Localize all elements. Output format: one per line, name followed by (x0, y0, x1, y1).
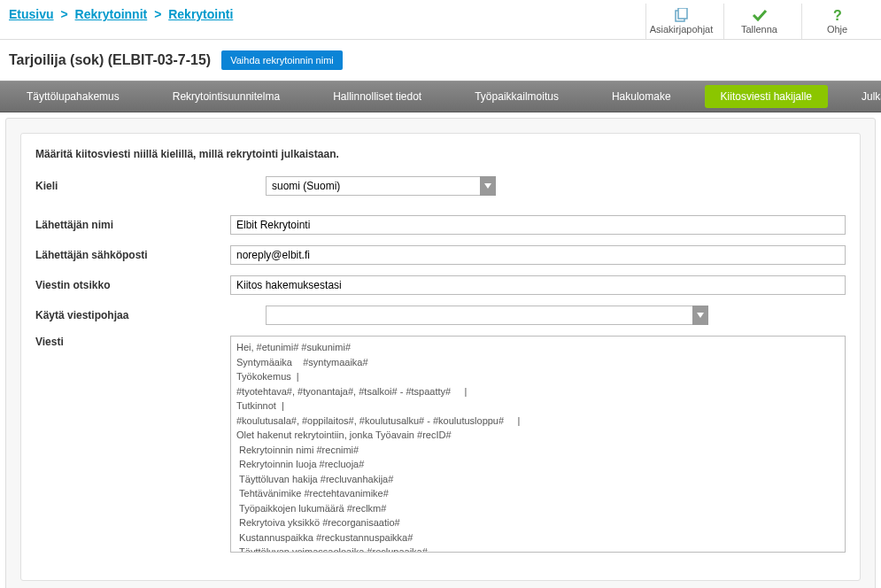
row-sender-email: Lähettäjän sähköposti (35, 245, 846, 265)
label-language: Kieli (35, 180, 266, 192)
body-textarea[interactable] (230, 336, 846, 553)
check-icon (752, 8, 768, 22)
row-template: Käytä viestipohjaa (35, 306, 846, 325)
content-area: Määritä kiitosviesti niillä kielillä, mi… (5, 118, 876, 588)
sender-email-input[interactable] (230, 245, 846, 265)
row-subject: Viestin otsikko (35, 275, 846, 295)
breadcrumb-sep: > (60, 7, 67, 21)
documents-icon (674, 8, 690, 22)
breadcrumb-mid[interactable]: Rekrytoinnit (75, 7, 148, 21)
breadcrumb-current[interactable]: Rekrytointi (168, 7, 233, 21)
tab-publish[interactable]: Julkaisu (835, 81, 881, 112)
save-label: Tallenna (741, 24, 777, 35)
tab-admin[interactable]: Hallinnolliset tiedot (306, 81, 448, 112)
breadcrumb: Etusivu > Rekrytoinnit > Rekrytointi (9, 4, 233, 21)
titlebar: Tarjoilija (sok) (ELBIT-03-7-15) Vaihda … (0, 40, 881, 81)
svg-text:?: ? (833, 8, 842, 22)
help-label: Ohje (827, 24, 847, 35)
rename-button[interactable]: Vaihda rekrytoinnin nimi (221, 50, 343, 70)
templates-label: Asiakirjapohjat (650, 24, 714, 35)
tab-thanks[interactable]: Kiitosviesti hakijalle (705, 85, 828, 108)
save-button[interactable]: Tallenna (723, 4, 794, 39)
sender-name-input[interactable] (230, 215, 846, 235)
label-sender-name: Lähettäjän nimi (35, 219, 230, 231)
topbar: Etusivu > Rekrytoinnit > Rekrytointi Asi… (0, 0, 881, 40)
template-select[interactable] (266, 306, 708, 325)
label-template: Käytä viestipohjaa (35, 309, 266, 321)
label-body: Viesti (35, 336, 230, 348)
templates-button[interactable]: Asiakirjapohjat (645, 4, 716, 39)
page-title: Tarjoilija (sok) (ELBIT-03-7-15) (9, 52, 211, 68)
row-body: Viesti (35, 336, 846, 555)
help-button[interactable]: ? Ohje (801, 4, 872, 39)
row-sender-name: Lähettäjän nimi (35, 215, 846, 235)
intro-text: Määritä kiitosviesti niillä kielillä, mi… (35, 148, 846, 160)
tab-plan[interactable]: Rekrytointisuunnitelma (146, 81, 306, 112)
dropdown-icon[interactable] (692, 306, 708, 325)
form-panel: Määritä kiitosviesti niillä kielillä, mi… (20, 133, 861, 581)
label-subject: Viestin otsikko (35, 279, 230, 291)
svg-rect-1 (678, 8, 687, 19)
top-actions: Asiakirjapohjat Tallenna ? Ohje (645, 4, 872, 39)
tab-permission[interactable]: Täyttölupahakemus (0, 81, 146, 112)
dropdown-icon[interactable] (480, 176, 496, 196)
row-language: Kieli (35, 176, 846, 196)
label-sender-email: Lähettäjän sähköposti (35, 249, 230, 261)
breadcrumb-home[interactable]: Etusivu (9, 7, 54, 21)
tab-form[interactable]: Hakulomake (585, 81, 698, 112)
tab-ad[interactable]: Työpaikkailmoitus (448, 81, 585, 112)
question-icon: ? (830, 8, 846, 22)
tabs: Täyttölupahakemus Rekrytointisuunnitelma… (0, 81, 881, 112)
breadcrumb-sep: > (154, 7, 161, 21)
language-select[interactable] (266, 176, 496, 196)
subject-input[interactable] (230, 275, 846, 295)
